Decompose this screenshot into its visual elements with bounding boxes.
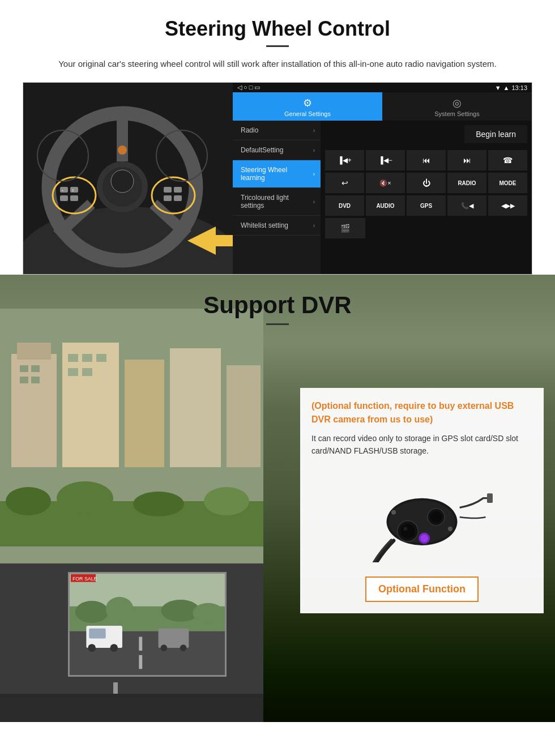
menu-steering-wheel[interactable]: Steering Wheel learning › [233,160,321,188]
power-button[interactable]: ⏻ [407,173,446,193]
dvr-section: Support DVR (Optional function, require … [0,275,555,722]
svg-point-23 [118,146,127,155]
chevron-right-icon5: › [313,223,315,229]
svg-rect-19 [164,195,172,201]
svg-rect-34 [20,377,28,383]
signal-icon: ▲ [503,84,510,91]
dvr-optional-text: (Optional function, require to buy exter… [311,399,532,426]
section-title-steering: Steering Wheel Control [23,17,532,41]
svg-rect-36 [68,354,78,362]
button-grid-row4: 🎬 [321,218,532,241]
wifi-icon: ▼ [495,84,501,91]
dvd-button[interactable]: DVD [325,195,364,216]
svg-rect-29 [125,360,164,467]
svg-text:+: + [62,189,64,192]
tab-system-label: System Settings [434,110,479,117]
svg-point-59 [401,524,415,538]
gps-button[interactable]: GPS [407,195,446,216]
svg-rect-18 [174,187,182,193]
svg-point-50 [6,487,51,515]
vol-up-button[interactable]: ▐◀+ [325,150,364,170]
steering-wheel-svg: + ≡ [23,83,233,274]
svg-text:≡: ≡ [72,189,74,192]
menu-default-label: DefaultSetting [241,146,283,154]
svg-rect-31 [227,365,261,467]
menu-whitelist[interactable]: Whitelist setting › [233,216,321,236]
svg-rect-76 [139,655,142,669]
radio-label: RADIO [458,180,476,186]
svg-point-62 [430,511,442,523]
button-grid-row2: ↩ 🔇× ⏻ RADIO MODE [321,173,532,195]
chevron-right-icon: › [313,127,315,134]
svg-point-73 [193,603,224,623]
main-content: Radio › DefaultSetting › Steering Wheel … [233,121,532,274]
svg-rect-17 [164,187,172,193]
menu-default-setting[interactable]: DefaultSetting › [233,140,321,160]
back-button[interactable]: ↩ [325,173,364,193]
radio-button[interactable]: RADIO [447,173,486,193]
menu-tricoloured[interactable]: Tricoloured light settings › [233,188,321,216]
svg-point-71 [106,597,134,621]
steering-panel: + ≡ [23,82,532,275]
svg-point-51 [57,481,113,515]
tab-system-settings[interactable]: ◎ System Settings [382,92,532,121]
button-grid-row1: ▐◀+ ▐◀− ⏮ ⏭ ☎ [321,148,532,173]
prev-track-button[interactable]: ⏮ [407,150,446,170]
section-subtitle-steering: Your original car's steering wheel contr… [45,57,510,71]
svg-rect-30 [170,348,221,467]
svg-rect-12 [60,195,68,201]
vol-down-icon: ▐◀− [378,156,392,164]
svg-rect-27 [17,343,51,360]
system-icon: ◎ [452,97,462,109]
menu-steering-label: Steering Wheel learning [241,166,313,182]
statusbar-time: 13:13 [511,84,527,91]
media-button[interactable]: 🎬 [325,218,365,238]
next-track-button[interactable]: ⏭ [447,150,486,170]
svg-point-64 [421,535,428,542]
dvr-thumbnail: FOR SALE [68,572,227,677]
settings-tabs: ⚙ General Settings ◎ System Settings [233,92,532,121]
call-button[interactable]: ☎ [488,150,527,170]
audio-button[interactable]: AUDIO [366,195,405,216]
mode-button[interactable]: MODE [488,173,527,193]
tab-general-label: General Settings [284,110,331,117]
prev-call-button[interactable]: 📞◀ [447,195,486,216]
dvr-camera-svg [351,472,493,562]
mode-label: MODE [500,180,516,186]
svg-rect-37 [82,354,92,362]
power-icon: ⏻ [422,178,430,187]
steering-wheel-image: + ≡ [23,83,233,274]
begin-learn-button[interactable]: Begin learn [464,125,527,143]
vol-down-button[interactable]: ▐◀− [366,150,405,170]
button-grid-row3: DVD AUDIO GPS 📞◀ ◀▶▶ [321,195,532,218]
svg-point-70 [75,601,109,623]
svg-rect-40 [82,368,92,376]
dvr-divider [266,323,289,325]
back-icon: ↩ [341,178,348,187]
menu-radio[interactable]: Radio › [233,121,321,140]
optional-function-button[interactable]: Optional Function [365,576,479,602]
right-control-panel: Begin learn ▐◀+ ▐◀− ⏮ [321,121,532,274]
svg-rect-13 [70,195,78,201]
svg-rect-38 [96,354,106,362]
svg-rect-54 [0,694,263,722]
svg-point-53 [204,487,249,515]
dvr-info-box: (Optional function, require to buy exter… [300,388,544,613]
dvr-desc-text: It can record video only to storage in G… [311,432,532,458]
svg-rect-78 [89,629,105,639]
android-ui-panel: ◁ ○ □ ▭ ▼ ▲ 13:13 ⚙ General Settings ◎ S… [233,83,532,274]
svg-rect-39 [68,368,78,376]
mute-button[interactable]: 🔇× [366,173,405,193]
gear-icon: ⚙ [303,97,312,109]
svg-rect-55 [487,493,493,503]
dvd-label: DVD [339,203,351,209]
svg-point-82 [160,644,167,651]
next-prev-button[interactable]: ◀▶▶ [488,195,527,216]
prev-icon: ⏮ [422,156,430,165]
next-icon: ⏭ [463,156,471,165]
svg-point-8 [111,170,134,193]
phone-icon: ☎ [503,156,513,165]
svg-point-83 [180,644,187,651]
tab-general-settings[interactable]: ⚙ General Settings [233,92,382,121]
dvr-thumbnail-svg: FOR SALE [70,572,225,677]
